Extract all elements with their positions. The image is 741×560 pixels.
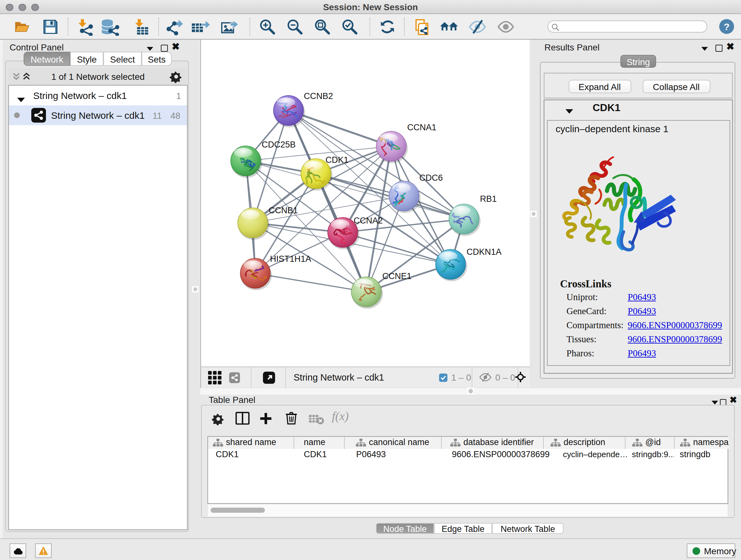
svg-text:HIST1H1A: HIST1H1A bbox=[270, 254, 311, 264]
svg-text:RB1: RB1 bbox=[480, 194, 497, 204]
svg-text:CCNE1: CCNE1 bbox=[382, 271, 412, 281]
svg-text:CDKN1A: CDKN1A bbox=[467, 247, 502, 257]
svg-text:CDC25B: CDC25B bbox=[262, 140, 296, 149]
svg-text:?: ? bbox=[724, 21, 730, 32]
svg-text:CCNA2: CCNA2 bbox=[354, 216, 383, 226]
svg-text:CDK1: CDK1 bbox=[326, 155, 348, 165]
svg-text:CCNA1: CCNA1 bbox=[407, 123, 436, 132]
svg-text:CCNB2: CCNB2 bbox=[304, 91, 333, 101]
svg-text:CCNB1: CCNB1 bbox=[269, 206, 298, 215]
svg-text:CDC6: CDC6 bbox=[419, 173, 443, 183]
